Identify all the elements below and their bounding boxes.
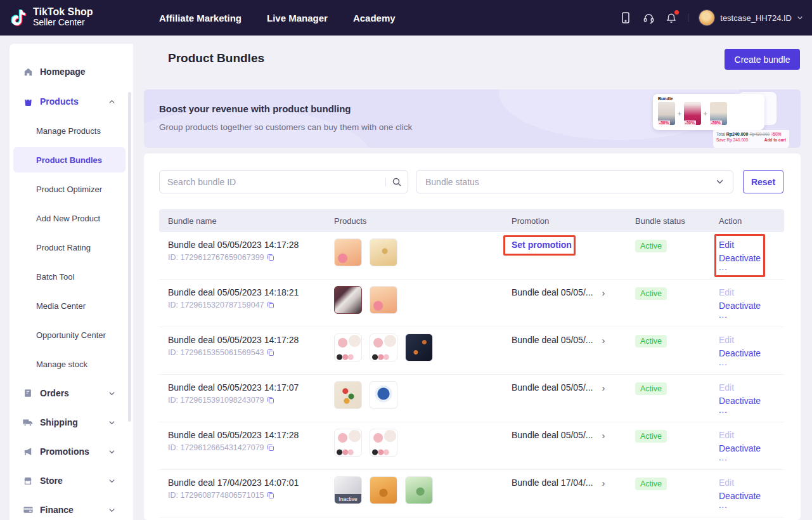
page-title: Product Bundles — [168, 51, 264, 65]
banner-illustration-bundle-card: Bundle -50% + -50% + -50% — [653, 94, 764, 130]
sidebar-scrollbar[interactable] — [128, 92, 131, 422]
copy-icon[interactable] — [267, 301, 274, 309]
promotion-link[interactable]: Bundle deal 17/04/...› — [512, 478, 635, 488]
table-row: Bundle deal 17/04/2023 14:07:01 ID: 1729… — [159, 470, 784, 517]
sidebar-item-product-bundles[interactable]: Product Bundles — [36, 151, 102, 169]
home-icon — [22, 66, 34, 77]
notification-bell-icon[interactable] — [665, 11, 678, 24]
more-actions-link[interactable]: ... — [719, 360, 775, 366]
sidebar-item-manage-stock[interactable]: Manage stock — [36, 355, 87, 373]
nav-affiliate-marketing[interactable]: Affiliate Marketing — [159, 13, 242, 23]
bundle-name: Bundle deal 05/05/2023 14:17:28 — [168, 430, 334, 440]
sidebar-item-product-rating[interactable]: Product Rating — [36, 238, 91, 256]
sidebar-item-label: Products — [40, 96, 79, 107]
promotion-text: Bundle deal 05/05/... — [512, 430, 593, 440]
chevron-down-icon — [797, 15, 803, 21]
create-bundle-button[interactable]: Create bundle — [725, 49, 800, 70]
table-row: Bundle deal 05/05/2023 14:17:28 ID: 1729… — [159, 422, 784, 470]
copy-icon[interactable] — [267, 491, 274, 499]
more-actions-link[interactable]: ... — [719, 455, 775, 461]
edit-link[interactable]: Edit — [719, 335, 775, 345]
notification-dot — [674, 10, 679, 15]
copy-icon[interactable] — [267, 254, 274, 261]
sidebar-item-promotions[interactable]: Promotions — [10, 443, 133, 460]
reset-button[interactable]: Reset — [743, 170, 783, 193]
sidebar-item-products[interactable]: Products — [10, 93, 133, 110]
sidebar-item-finance[interactable]: Finance — [10, 501, 133, 519]
col-products: Products — [334, 216, 512, 226]
edit-link[interactable]: Edit — [719, 382, 775, 393]
search-input[interactable] — [160, 177, 385, 187]
chevron-right-icon: › — [602, 478, 605, 488]
account-menu[interactable]: testcase_HH724.ID — [699, 10, 803, 26]
discount-badge: -50% — [771, 132, 782, 136]
sidebar-item-opportunity-center[interactable]: Opportunity Center — [36, 326, 106, 344]
chevron-right-icon: › — [602, 383, 605, 393]
more-actions-link[interactable]: ... — [719, 407, 775, 413]
chevron-right-icon: › — [602, 288, 605, 297]
sidebar-item-batch-tool[interactable]: Batch Tool — [36, 268, 74, 285]
nav-live-manager[interactable]: Live Manager — [267, 13, 328, 23]
sidebar-item-media-center[interactable]: Media Center — [36, 297, 86, 315]
deactivate-link[interactable]: Deactivate — [719, 253, 775, 263]
sidebar-item-shipping[interactable]: Shipping — [10, 413, 133, 431]
edit-link[interactable]: Edit — [719, 240, 775, 250]
tiktok-logo[interactable]: TikTok Shop Seller Center — [11, 6, 93, 29]
add-to-cart-label: Add to cart — [764, 138, 786, 142]
bundle-id: ID: 1729615391098243079 — [168, 396, 264, 405]
deactivate-link[interactable]: Deactivate — [719, 348, 775, 358]
more-actions-link[interactable]: ... — [719, 502, 775, 509]
search-icon[interactable] — [386, 177, 408, 187]
bundle-product-image: -50% — [710, 102, 727, 125]
bundle-name: Bundle deal 05/05/2023 14:17:28 — [168, 335, 334, 345]
sidebar-item-product-optimizer[interactable]: Product Optimizer — [36, 180, 102, 198]
plus-icon: + — [678, 110, 681, 117]
bundle-product-image: -50% — [658, 102, 675, 125]
deactivate-link[interactable]: Deactivate — [719, 491, 775, 501]
navbar-divider — [688, 13, 688, 22]
copy-icon[interactable] — [267, 444, 274, 452]
avatar — [699, 10, 715, 26]
promotion-link[interactable]: Bundle deal 05/05/...› — [512, 335, 635, 345]
sidebar-item-store[interactable]: Store — [10, 472, 133, 490]
edit-link[interactable]: Edit — [719, 430, 775, 440]
promotion-link[interactable]: Bundle deal 05/05/...› — [512, 287, 635, 297]
promotion-link[interactable]: Bundle deal 05/05/...› — [512, 430, 635, 440]
product-thumbnail — [405, 476, 433, 504]
bundle-id: ID: 1729612767659067399 — [168, 253, 264, 262]
deactivate-link[interactable]: Deactivate — [719, 396, 775, 406]
col-bundle-status: Bundle status — [635, 216, 719, 226]
top-navbar: TikTok Shop Seller Center Affiliate Mark… — [0, 0, 812, 36]
product-thumbnail — [370, 334, 397, 361]
product-thumbnail — [334, 429, 362, 457]
sidebar-item-homepage[interactable]: Homepage — [10, 63, 133, 81]
mobile-app-icon[interactable] — [619, 11, 632, 24]
more-actions-link[interactable]: ... — [719, 312, 775, 318]
sidebar-item-label: Store — [40, 476, 63, 486]
more-actions-link[interactable]: ... — [719, 264, 775, 271]
copy-icon[interactable] — [267, 396, 274, 404]
col-bundle-name: Bundle name — [168, 216, 334, 226]
set-promotion-link[interactable]: Set promotion — [512, 240, 572, 250]
support-headset-icon[interactable] — [642, 11, 655, 24]
bundle-name: Bundle deal 05/05/2023 14:17:28 — [168, 240, 334, 250]
copy-icon[interactable] — [267, 349, 274, 356]
promotion-link[interactable]: Bundle deal 05/05/...› — [512, 382, 635, 393]
edit-link[interactable]: Edit — [719, 287, 775, 297]
deactivate-link[interactable]: Deactivate — [719, 443, 775, 453]
chevron-up-icon — [108, 98, 115, 105]
chevron-down-icon — [108, 507, 115, 514]
nav-academy[interactable]: Academy — [353, 13, 396, 23]
deactivate-link[interactable]: Deactivate — [719, 301, 775, 311]
sidebar-item-manage-products[interactable]: Manage Products — [36, 122, 101, 140]
product-thumbnail — [334, 381, 362, 409]
product-thumbnail — [370, 381, 397, 409]
sidebar-item-add-new-product[interactable]: Add New Product — [36, 209, 100, 227]
bundle-status-select[interactable]: Bundle status — [416, 170, 733, 193]
edit-link[interactable]: Edit — [719, 478, 775, 488]
discount-tag: -50% — [684, 120, 696, 125]
status-badge: Active — [635, 240, 667, 252]
logo-line2: Seller Center — [33, 18, 93, 28]
product-thumbnail — [334, 238, 362, 266]
sidebar-item-orders[interactable]: Orders — [10, 384, 133, 402]
